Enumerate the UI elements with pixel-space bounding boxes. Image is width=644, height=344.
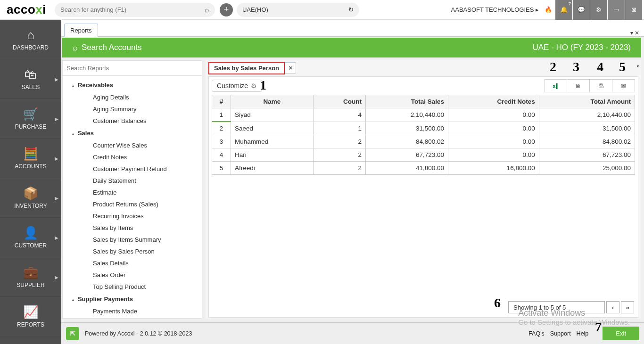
reports-search[interactable]: [63, 61, 202, 76]
report-item[interactable]: Top Selling Product: [66, 281, 201, 293]
close-icon[interactable]: ⊠: [625, 0, 642, 20]
chat-icon[interactable]: 💬: [573, 0, 590, 20]
report-item[interactable]: Payments Made: [66, 305, 201, 317]
cell-credit: 0.00: [448, 122, 539, 135]
sync-icon[interactable]: ↻: [348, 6, 354, 13]
tab-reports[interactable]: Reports: [64, 24, 98, 37]
nav-customer[interactable]: 👤CUSTOMER▶: [0, 218, 61, 257]
table-row[interactable]: 1Siyad42,10,440.000.002,10,440.00: [212, 108, 635, 122]
tabs-controls[interactable]: ▾ ✕: [630, 30, 644, 36]
chevron-right-icon: ▶: [55, 76, 58, 82]
report-tab[interactable]: Sales by Sales Person: [208, 62, 285, 74]
footer-text: Powered by Accoxi - 2.0.12 © 2018-2023: [85, 330, 192, 337]
customize-button[interactable]: Customize ⚙: [212, 80, 262, 92]
nav-icon: 📈: [23, 305, 38, 319]
export-excel-button[interactable]: x▌: [545, 79, 567, 92]
report-item[interactable]: Estimate: [66, 187, 201, 198]
exit-button[interactable]: Exit: [603, 327, 639, 340]
footer-link-faqs[interactable]: FAQ's: [528, 330, 545, 337]
chevron-right-icon: ▶: [55, 156, 58, 161]
chevron-right-icon: ▶: [55, 274, 58, 279]
global-search[interactable]: ⌕: [55, 3, 215, 17]
nav-dashboard[interactable]: ⌂DASHBOARD: [0, 20, 61, 59]
report-item[interactable]: Recurring Invoices: [66, 210, 201, 222]
report-item[interactable]: Sales by Sales Person: [66, 246, 201, 257]
group-supplier-payments[interactable]: Supplier Payments: [66, 293, 201, 305]
report-item[interactable]: Sales Order: [66, 269, 201, 281]
accounts-search-bar: ⌕ Search Accounts UAE - HO (FY 2023 - 20…: [62, 38, 641, 57]
nav-supplier[interactable]: 💼SUPPLIER▶: [0, 257, 61, 297]
nav-label: DASHBOARD: [13, 44, 49, 51]
print-button[interactable]: 🖶: [590, 79, 612, 92]
company-label[interactable]: AABASOFT TECHNOLOGIES ▸: [451, 6, 542, 13]
report-item[interactable]: Sales Details: [66, 257, 201, 269]
reports-search-input[interactable]: [66, 65, 198, 72]
cell-name: Hari: [231, 148, 314, 162]
reports-list[interactable]: ReceivablesAging DetailsAging SummaryCus…: [63, 76, 202, 318]
nav-label: ACCOUNTS: [15, 163, 46, 170]
col-header[interactable]: Total Amount: [539, 95, 635, 108]
nav-purchase[interactable]: 🛒PURCHASE▶: [0, 99, 61, 139]
cell-count: 1: [313, 122, 365, 135]
cell-idx: 5: [212, 162, 231, 175]
export-pdf-button[interactable]: 🗎: [567, 79, 590, 92]
nav-sales[interactable]: 🛍SALES▶: [0, 59, 61, 99]
report-item[interactable]: Daily Statement: [66, 175, 201, 187]
col-header[interactable]: Credit Notes: [448, 95, 539, 108]
cell-count: 2: [313, 162, 365, 175]
nav-icon: 🛍: [25, 67, 37, 82]
report-item[interactable]: Sales by Items Summary: [66, 234, 201, 246]
gear-icon: ⚙: [251, 82, 257, 90]
nav-label: REPORTS: [17, 321, 44, 328]
footer-link-help[interactable]: Help: [577, 330, 589, 337]
org-selector[interactable]: UAE(HO) ↻: [237, 3, 359, 17]
group-receivables[interactable]: Receivables: [66, 79, 201, 91]
report-item[interactable]: Customer Payment Refund: [66, 163, 201, 175]
cell-count: 2: [313, 148, 365, 162]
report-item[interactable]: Customer Balances: [66, 115, 201, 127]
last-page-button[interactable]: »: [621, 301, 634, 313]
flame-icon[interactable]: 🔥: [542, 3, 555, 16]
col-header[interactable]: Count: [313, 95, 365, 108]
report-item[interactable]: Product Returns (Sales): [66, 198, 201, 210]
report-item[interactable]: Sales by Items: [66, 222, 201, 234]
accounts-search-label[interactable]: Search Accounts: [82, 43, 142, 52]
chevron-right-icon: ▶: [55, 116, 58, 121]
col-header[interactable]: Total Sales: [365, 95, 448, 108]
report-item[interactable]: Credit Notes: [66, 151, 201, 163]
close-tab-button[interactable]: ✕: [285, 62, 296, 74]
report-item[interactable]: Aging Details: [66, 91, 201, 103]
minimize-icon[interactable]: ▭: [608, 0, 625, 20]
bell-icon[interactable]: 🔔7: [555, 0, 572, 20]
header-bar: accoxi ⌕ + UAE(HO) ↻ AABASOFT TECHNOLOGI…: [0, 0, 644, 20]
nav-accounts[interactable]: 🧮ACCOUNTS▶: [0, 139, 61, 178]
global-search-input[interactable]: [60, 6, 192, 13]
nav-reports[interactable]: 📈REPORTS: [0, 297, 61, 336]
footer-link-support[interactable]: Support: [550, 330, 571, 337]
nav-label: SUPPLIER: [17, 282, 44, 288]
search-icon[interactable]: ⌕: [205, 6, 209, 14]
cell-credit: 0.00: [448, 108, 539, 122]
cell-total-sales: 41,800.00: [365, 162, 448, 175]
col-header[interactable]: Name: [231, 95, 314, 108]
table-row[interactable]: 4Hari267,723.000.0067,723.00: [212, 148, 635, 162]
table-row[interactable]: 2Saeed131,500.000.0031,500.00: [212, 122, 635, 135]
search-icon[interactable]: ⌕: [73, 43, 78, 53]
email-button[interactable]: ✉: [612, 79, 635, 92]
col-header[interactable]: #: [212, 95, 231, 108]
table-row[interactable]: 3Muhammed284,800.020.0084,800.02: [212, 135, 635, 148]
chevron-down-icon[interactable]: ▾: [637, 64, 639, 68]
group-sales[interactable]: Sales: [66, 127, 201, 139]
nav-inventory[interactable]: 📦INVENTORY▶: [0, 178, 61, 218]
workspace-tabs: Reports ▾ ✕: [61, 20, 644, 37]
table-row[interactable]: 5Afreedi241,800.0016,800.0025,000.00: [212, 162, 635, 175]
add-button[interactable]: +: [220, 3, 233, 16]
cell-amount: 67,723.00: [539, 148, 635, 162]
gear-icon[interactable]: ⚙: [590, 0, 607, 20]
report-item[interactable]: Aging Summary: [66, 103, 201, 115]
cell-total-sales: 31,500.00: [365, 122, 448, 135]
cell-count: 4: [313, 108, 365, 122]
next-page-button[interactable]: ›: [606, 301, 619, 313]
report-item[interactable]: Refund History: [66, 317, 201, 318]
report-item[interactable]: Counter Wise Sales: [66, 139, 201, 151]
